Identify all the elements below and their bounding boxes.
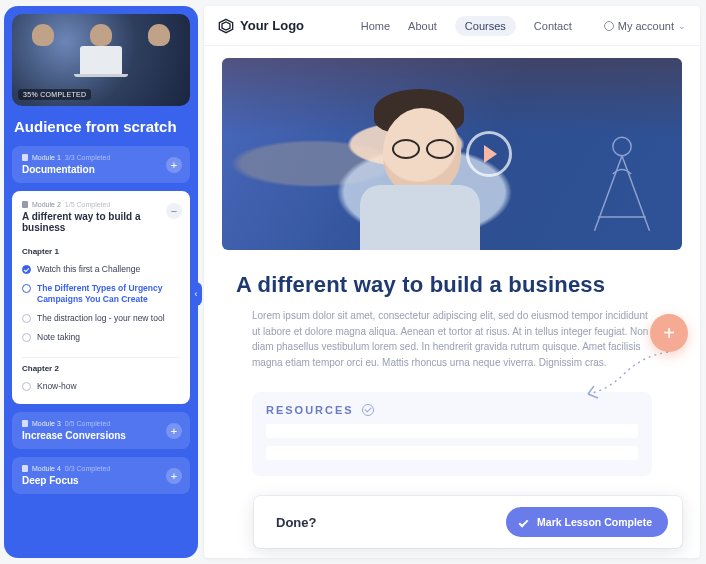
- nav-courses[interactable]: Courses: [455, 16, 516, 36]
- check-icon: [518, 516, 530, 528]
- resources-heading: RESOURCES: [266, 404, 354, 416]
- module-label: Module 1: [32, 154, 61, 161]
- chapter-2-label: Chapter 2: [22, 357, 180, 373]
- lesson-main: Your Logo Home About Courses Contact My …: [204, 6, 700, 558]
- expand-icon[interactable]: +: [166, 157, 182, 173]
- logo-icon: [218, 18, 234, 34]
- module-icon: [22, 201, 28, 208]
- lesson-title: Know-how: [37, 381, 77, 392]
- course-hero: 35% COMPLETED: [12, 14, 190, 106]
- module-1[interactable]: Module 13/3 Completed Documentation +: [12, 146, 190, 183]
- module-title: Deep Focus: [22, 475, 180, 486]
- resource-row[interactable]: [266, 424, 638, 438]
- lesson-body: Lorem ipsum dolor sit amet, consectetur …: [252, 308, 652, 370]
- progress-badge: 35% COMPLETED: [18, 89, 91, 100]
- done-question: Done?: [276, 515, 316, 530]
- module-icon: [22, 465, 28, 472]
- module-label: Module 2: [32, 201, 61, 208]
- nav-contact[interactable]: Contact: [534, 20, 572, 32]
- lesson-title: The Different Types of Urgency Campaigns…: [37, 283, 180, 305]
- user-icon: [604, 21, 614, 31]
- expand-icon[interactable]: +: [166, 468, 182, 484]
- svg-point-2: [613, 137, 631, 155]
- download-icon[interactable]: [362, 404, 374, 416]
- radio-icon: [22, 382, 31, 391]
- expand-icon[interactable]: +: [166, 423, 182, 439]
- svg-line-4: [622, 156, 650, 231]
- svg-line-3: [595, 156, 623, 231]
- lesson-item[interactable]: Know-how: [22, 377, 180, 396]
- account-menu[interactable]: My account ⌄: [604, 20, 686, 32]
- course-sidebar: 35% COMPLETED Audience from scratch Modu…: [4, 6, 198, 558]
- module-status: 0/5 Completed: [65, 420, 111, 427]
- module-status: 1/5 Completed: [65, 201, 111, 208]
- lesson-content: A different way to build a business Lore…: [204, 46, 700, 492]
- module-icon: [22, 420, 28, 427]
- top-nav: Your Logo Home About Courses Contact My …: [204, 6, 700, 46]
- lesson-title: The distraction log - your new tool: [37, 313, 165, 324]
- radio-icon: [22, 284, 31, 293]
- lesson-item[interactable]: The Different Types of Urgency Campaigns…: [22, 279, 180, 309]
- lesson-item[interactable]: Watch this first a Challenge: [22, 260, 180, 279]
- module-status: 3/3 Completed: [65, 154, 111, 161]
- compass-illustration: [576, 130, 668, 240]
- lesson-video[interactable]: [222, 58, 682, 250]
- module-status: 0/3 Completed: [65, 465, 111, 472]
- module-title: Documentation: [22, 164, 180, 175]
- nav-home[interactable]: Home: [361, 20, 390, 32]
- lesson-title: Watch this first a Challenge: [37, 264, 140, 275]
- module-title: Increase Conversions: [22, 430, 180, 441]
- play-icon[interactable]: [466, 131, 512, 177]
- lesson-item[interactable]: Note taking: [22, 328, 180, 347]
- resources-panel: RESOURCES: [252, 392, 652, 476]
- chapter-1-label: Chapter 1: [22, 243, 180, 256]
- module-icon: [22, 154, 28, 161]
- module-2[interactable]: Module 21/5 Completed A different way to…: [12, 191, 190, 404]
- mark-complete-label: Mark Lesson Complete: [537, 516, 652, 528]
- sidebar-collapse-handle[interactable]: ‹: [190, 282, 202, 306]
- radio-icon: [22, 333, 31, 342]
- add-fab[interactable]: +: [650, 314, 688, 352]
- lesson-item[interactable]: The distraction log - your new tool: [22, 309, 180, 328]
- account-label: My account: [618, 20, 674, 32]
- module-4[interactable]: Module 40/3 Completed Deep Focus +: [12, 457, 190, 494]
- collapse-icon[interactable]: −: [166, 203, 182, 219]
- lesson-title: Note taking: [37, 332, 80, 343]
- lesson-heading: A different way to build a business: [236, 272, 668, 298]
- logo-text: Your Logo: [240, 18, 304, 33]
- radio-icon: [22, 314, 31, 323]
- check-icon: [22, 265, 31, 274]
- mark-complete-button[interactable]: Mark Lesson Complete: [506, 507, 668, 537]
- module-label: Module 3: [32, 420, 61, 427]
- resource-row[interactable]: [266, 446, 638, 460]
- module-3[interactable]: Module 30/5 Completed Increase Conversio…: [12, 412, 190, 449]
- site-logo[interactable]: Your Logo: [218, 18, 304, 34]
- module-label: Module 4: [32, 465, 61, 472]
- module-title: A different way to build a business: [22, 211, 180, 233]
- course-title: Audience from scratch: [12, 114, 190, 138]
- nav-about[interactable]: About: [408, 20, 437, 32]
- chevron-down-icon: ⌄: [678, 21, 686, 31]
- done-bar: Done? Mark Lesson Complete: [254, 496, 682, 548]
- svg-marker-1: [222, 22, 230, 30]
